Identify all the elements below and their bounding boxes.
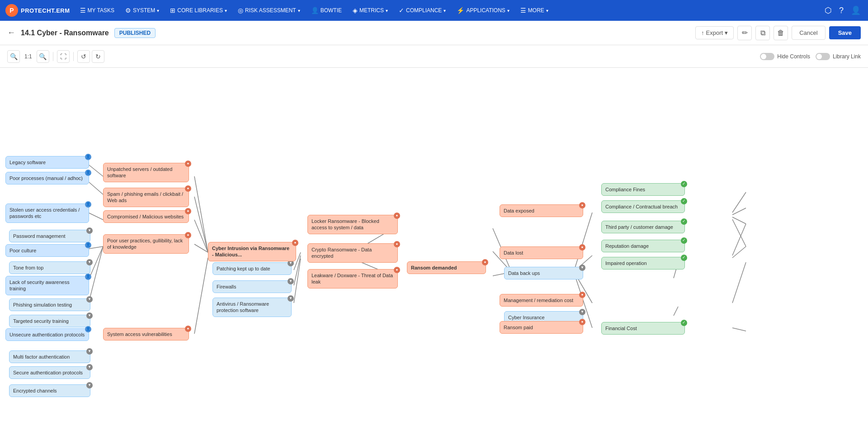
node-targeted-training[interactable]: ▼ Targeted security training	[9, 315, 90, 327]
cyber-intrusion-badge: ●	[292, 240, 298, 246]
save-button[interactable]: Save	[829, 26, 861, 39]
targeted-training-badge: ▼	[86, 312, 93, 319]
node-compliance-contractual[interactable]: ✓ Compliance / Contractual breach	[601, 200, 685, 213]
more-arrow-icon: ▾	[546, 8, 548, 13]
svg-line-29	[732, 219, 746, 246]
data-lost-badge: ●	[579, 244, 585, 251]
nav-compliance[interactable]: ✓ COMPLIANCE ▾	[394, 4, 450, 17]
node-system-vuln[interactable]: ● System access vulnerabilities	[103, 328, 189, 341]
redo-button[interactable]: ↻	[92, 50, 104, 63]
hide-controls-toggle[interactable]	[760, 53, 774, 60]
cancel-button[interactable]: Cancel	[792, 26, 825, 40]
fit-view-button[interactable]: ⛶	[57, 50, 70, 63]
svg-line-20	[574, 213, 592, 270]
node-crypto-ransomware[interactable]: ● Crypto Ransomware - Data encrypted	[307, 243, 398, 263]
back-button[interactable]: ←	[7, 28, 15, 38]
node-ransom-paid[interactable]: ● Ransom paid	[500, 321, 583, 334]
node-compliance-fines[interactable]: ✓ Compliance Fines	[601, 183, 685, 196]
node-firewalls[interactable]: ▼ Firewalls	[212, 280, 292, 293]
node-antivirus[interactable]: ▼ Antivirus / Ransomware protection soft…	[212, 298, 292, 317]
svg-line-28	[732, 217, 746, 224]
nav-core-libraries[interactable]: ⊞ CORE LIBRARIES ▾	[165, 4, 231, 17]
node-ransom-demanded[interactable]: ● Ransom demanded	[407, 261, 486, 274]
node-stolen-creds[interactable]: 👤 Stolen user access credentials / passw…	[5, 203, 89, 223]
nav-applications[interactable]: ⚡ APPLICATIONS ▾	[452, 4, 514, 17]
password-mgmt-badge: ▼	[86, 227, 93, 234]
nav-metrics[interactable]: ◈ METRICS ▾	[348, 4, 392, 17]
node-encrypted-channels[interactable]: ▼ Encrypted channels	[9, 384, 90, 397]
node-mgmt-cost[interactable]: ● Management / remediation cost	[500, 294, 583, 307]
impaired-badge: ✓	[681, 255, 687, 261]
node-lack-awareness[interactable]: 👤 Lack of security awareness training	[5, 276, 89, 295]
phishing-sim-badge: ▼	[86, 296, 93, 303]
svg-line-0	[89, 165, 103, 176]
toolbar-actions: ↑ Export ▾ ✏ ⧉ 🗑 Cancel Save	[695, 26, 861, 40]
cyber-insurance-badge: ▼	[579, 309, 585, 315]
zoom-in-button[interactable]: 🔍	[37, 50, 49, 63]
node-third-party-damage[interactable]: ✓ Third party / customer damage	[601, 221, 685, 233]
node-unsecure-auth[interactable]: 👤 Unsecure authentication protocols	[5, 328, 89, 341]
node-leakware[interactable]: ● Leakware / Doxware - Threat of Data le…	[307, 269, 398, 289]
nav-my-tasks[interactable]: ☰ MY TASKS	[75, 4, 119, 17]
firewalls-badge: ▼	[288, 278, 294, 284]
libraries-arrow-icon: ▾	[225, 8, 227, 13]
node-spam-phishing[interactable]: ● Spam / phishing emails / clickbait / W…	[103, 188, 189, 207]
antivirus-badge: ▼	[288, 295, 294, 302]
diagram-canvas[interactable]: 👤 Legacy software 👤 Poor processes (manu…	[0, 68, 868, 440]
help-icon[interactable]: ?	[837, 4, 845, 17]
node-poor-processes[interactable]: 👤 Poor processes (manual / adhoc)	[5, 172, 89, 185]
svg-line-25	[674, 307, 678, 316]
node-financial-cost[interactable]: ✓ Financial Cost	[601, 322, 685, 335]
nav-risk-assessment[interactable]: ◎ RISK ASSESSMENT ▾	[233, 4, 305, 17]
libraries-icon: ⊞	[170, 7, 175, 14]
library-link-toggle-group: Library Link	[816, 53, 861, 60]
connection-lines	[0, 68, 868, 440]
node-password-mgmt[interactable]: ▼ Password management	[9, 230, 90, 242]
node-tone-top[interactable]: ▼ Tone from top	[9, 261, 90, 274]
compliance-icon: ✓	[399, 7, 404, 14]
node-poor-culture[interactable]: 👤 Poor culture	[5, 244, 89, 257]
locker-badge: ●	[394, 213, 400, 219]
compromised-badge: ●	[185, 208, 191, 214]
node-data-lost[interactable]: ● Data lost	[500, 246, 583, 259]
edit-button[interactable]: ✏	[737, 26, 752, 40]
nav-system[interactable]: ⚙ SYSTEM ▾	[121, 4, 164, 17]
svg-line-6	[194, 176, 208, 252]
zoom-out-button[interactable]: 🔍	[7, 50, 20, 63]
node-cyber-intrusion[interactable]: ● Cyber Intrusion via Ransomware - Malic…	[208, 242, 296, 261]
nav-more[interactable]: ☰ MORE ▾	[516, 4, 553, 17]
node-mfa[interactable]: ▼ Multi factor authentication	[9, 350, 90, 363]
svg-line-32	[732, 262, 746, 303]
app-logo[interactable]: P PROTECHT.ERM	[5, 4, 70, 17]
reputation-badge: ✓	[681, 237, 687, 244]
node-unpatched-servers[interactable]: ● Unpatched servers / outdated software	[103, 163, 189, 182]
undo-button[interactable]: ↺	[77, 50, 90, 63]
delete-button[interactable]: 🗑	[774, 26, 788, 40]
node-data-backups[interactable]: ▼ Data back ups	[504, 267, 583, 279]
poor-practices-badge: ●	[185, 232, 191, 238]
node-reputation-damage[interactable]: ✓ Reputation damage	[601, 240, 685, 252]
copy-button[interactable]: ⧉	[755, 26, 770, 40]
poor-processes-badge: 👤	[85, 170, 91, 176]
user-icon[interactable]: 👤	[849, 4, 863, 17]
tasks-icon: ☰	[80, 7, 86, 14]
node-phishing-sim[interactable]: ▼ Phishing simulation testing	[9, 298, 90, 311]
node-data-exposed[interactable]: ● Data exposed	[500, 204, 583, 217]
nav-bowtie[interactable]: 👤 BOWTIE	[307, 4, 346, 17]
node-secure-auth[interactable]: ▼ Secure authentication protocols	[9, 366, 90, 379]
node-impaired-operation[interactable]: ✓ Impaired operation	[601, 257, 685, 270]
spam-badge: ●	[185, 185, 191, 192]
export-button[interactable]: ↑ Export ▾	[695, 26, 734, 39]
cube-icon[interactable]: ⬡	[823, 4, 834, 17]
node-legacy-software[interactable]: 👤 Legacy software	[5, 156, 89, 169]
svg-line-31	[732, 246, 746, 258]
node-patching[interactable]: ▼ Patching kept up to date	[212, 262, 292, 275]
node-poor-user-practices[interactable]: ● Poor user practices, gullibility, lack…	[103, 234, 189, 254]
node-compromised-sites[interactable]: ● Compromised / Malicious websites	[103, 210, 189, 223]
logo-icon: P	[5, 4, 18, 17]
library-link-toggle[interactable]	[816, 53, 830, 60]
ransom-paid-badge: ●	[579, 319, 585, 325]
system-arrow-icon: ▾	[157, 8, 159, 13]
nav-right-icons: ⬡ ? 👤	[823, 4, 863, 17]
node-locker-ransomware[interactable]: ● Locker Ransomware - Blocked access to …	[307, 215, 398, 234]
